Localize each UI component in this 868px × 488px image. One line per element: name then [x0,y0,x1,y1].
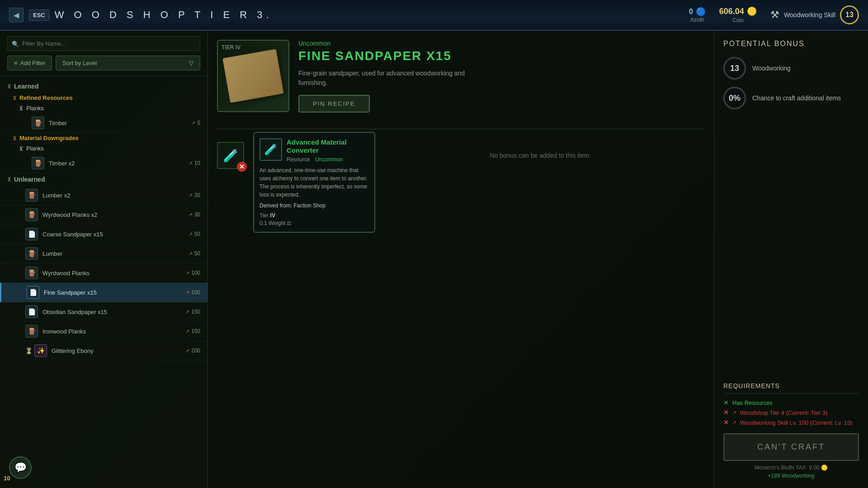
esc-button[interactable]: ESC [29,9,49,21]
tooltip-name: Advanced Material Converter [287,138,369,155]
recipe-item-wyrdwood-planks[interactable]: 🪵 Wyrdwood Planks ↗ 100 [0,263,208,283]
recipe-item-timber-x2[interactable]: 🪵 Timber x2 ↗ 10 [0,154,208,173]
skill-label: Woodworking Skill [784,11,835,19]
section-unlearned[interactable]: ⊻ Unlearned [0,173,208,186]
tooltip-weight: 0.1 Weight ⚖ [259,220,369,226]
search-wrapper: 🔍 [7,36,200,51]
search-input[interactable] [7,36,200,51]
filter-bar: 🔍 ≡ Add Filter Sort by Level ▽ [0,31,208,76]
req-has-resources: ✕ Has Resources [723,399,859,406]
coin-label: Coin [732,17,744,23]
tooltip-header: 🧪 Advanced Material Converter Resource U… [259,138,369,163]
glittering-ebony-icon: ✨ [34,344,47,357]
filter-row: ≡ Add Filter Sort by Level ▽ [7,56,200,70]
wyrdwood-planks-x2-icon: 🪵 [25,208,38,221]
woodworking-xp-bonus: +189 Woodworking [723,473,859,479]
cant-craft-button: CAN'T CRAFT [723,433,859,461]
tooltip-stats: Tier IV 0.1 Weight ⚖ [259,212,369,226]
recipe-item-fine-sandpaper[interactable]: 📄 Fine Sandpaper x15 ↗ 100 [0,283,208,302]
item-name: FINE SANDPAPER X15 [298,49,705,63]
azoth-currency: 0 🔵 Azoth [689,7,706,23]
craft-chance-badge: 0% [723,87,746,109]
top-bar-left: ◀ ESC W O O D S H O P T I E R 3. [9,8,273,22]
sandpaper-image [222,49,284,103]
coin-currency: 606.04 🟡 Coin [719,6,757,23]
recipe-item-glittering-ebony[interactable]: ⏳ ✨ Glittering Ebony ↗ 200 [0,341,208,361]
wyrdwood-planks-icon: 🪵 [25,267,38,279]
coarse-sandpaper-icon: 📄 [25,228,38,240]
obsidian-sandpaper-icon: 📄 [25,305,38,318]
requirements-section: Requirements ✕ Has Resources ✕ ↗ Woodsho… [723,382,859,479]
item-rarity: Uncommon [298,40,705,47]
top-bar: ◀ ESC W O O D S H O P T I E R 3. 0 🔵 Azo… [0,0,868,31]
center-panel: TIER IV Uncommon FINE SANDPAPER X15 Fine… [208,31,714,488]
subsection-planks-1[interactable]: ⊻ Planks [0,103,208,113]
pin-recipe-button[interactable]: PIN RECIPE [298,95,370,113]
ingredient-tooltip: 🧪 Advanced Material Converter Resource U… [253,132,375,233]
tooltip-title-block: Advanced Material Converter Resource Unc… [287,138,369,163]
requirements-title: Requirements [723,382,859,394]
divider-1 [217,129,705,129]
recipe-list: ⊻ Learned ⊻ Refined Resources ⊻ Planks 🪵… [0,76,208,488]
recipe-item-obsidian-sandpaper[interactable]: 📄 Obsidian Sandpaper x15 ↗ 150 [0,302,208,322]
shop-title: W O O D S H O P T I E R 3. [55,9,273,21]
recipe-item-coarse-sandpaper[interactable]: 📄 Coarse Sandpaper x15 ↗ 50 [0,225,208,244]
chat-button[interactable]: 💬 [9,456,32,479]
tooltip-desc: An advanced, one-time-use machine that u… [259,166,369,199]
coin-value: 606.04 [719,7,744,16]
bonus-craft-chance: 0% Chance to craft additional items [723,87,859,109]
item-image-container: TIER IV [217,40,289,112]
lumber-icon: 🪵 [25,247,38,260]
ingredient-icon: 🧪 ✕ [217,142,244,169]
ingredients-section: 🧪 ✕ 🧪 Advanced Material Converter Resour… [217,136,705,174]
subsection-planks-2[interactable]: ⊻ Planks [0,143,208,154]
tooltip-type: Resource [287,156,310,163]
potential-bonus-title: POTENTIAL BONUS [723,40,859,48]
timber-x2-icon: 🪵 [32,157,44,169]
section-learned[interactable]: ⊻ Learned [0,80,208,93]
item-info: Uncommon FINE SANDPAPER X15 Fine-grain s… [298,40,705,113]
azoth-label: Azoth [690,17,704,23]
tax-info: Monarch's Bluffs TAX: 9.00 🟡 [723,465,859,471]
main-content: 🔍 ≡ Add Filter Sort by Level ▽ ⊻ Learned [0,31,868,488]
back-button[interactable]: ◀ [9,8,24,22]
woodworking-bonus-badge: 13 [723,57,746,80]
timber-icon: 🪵 [32,117,44,129]
recipe-item-timber[interactable]: 🪵 Timber ↗ 0 [0,113,208,133]
add-filter-button[interactable]: ≡ Add Filter [7,56,52,70]
recipe-item-wyrdwood-planks-x2[interactable]: 🪵 Wyrdwood Planks x2 ↗ 30 [0,205,208,225]
tooltip-tier: Tier IV [259,212,369,219]
search-icon: 🔍 [12,40,19,47]
ingredient-row: 🧪 ✕ 🧪 Advanced Material Converter Resour… [217,136,705,174]
req-woodworking-skill: ✕ ↗ Woodworking Skill Lv. 100 (Current: … [723,419,859,426]
azoth-value: 0 [689,8,693,16]
bonus-woodworking: 13 Woodworking [723,57,859,80]
fine-sandpaper-icon: 📄 [27,286,39,299]
skill-level-badge: 13 [840,5,859,24]
item-header: TIER IV Uncommon FINE SANDPAPER X15 Fine… [217,40,705,113]
tooltip-rarity: Uncommon [315,156,343,163]
recipe-item-ironwood-planks[interactable]: 🪵 Ironwood Planks ↗ 150 [0,322,208,341]
ironwood-planks-icon: 🪵 [25,325,38,338]
req-woodshop-tier: ✕ ↗ Woodshop Tier 4 (Current: Tier 3) [723,409,859,416]
right-panel: POTENTIAL BONUS 13 Woodworking 0% Chance… [714,31,868,488]
top-bar-right: 0 🔵 Azoth 606.04 🟡 Coin ⚒ Woodworking Sk… [689,5,859,24]
subsection-refined-resources[interactable]: ⊻ Refined Resources [0,93,208,103]
lumber-x2-icon: 🪵 [25,189,38,202]
tooltip-derived: Derived from: Faction Shop [259,202,369,209]
recipe-item-lumber-x2[interactable]: 🪵 Lumber x2 ↗ 20 [0,186,208,205]
subsection-material-downgrades[interactable]: ⊻ Material Downgrades [0,133,208,143]
tooltip-icon: 🧪 [259,138,282,161]
recipe-item-lumber[interactable]: 🪵 Lumber ↗ 50 [0,244,208,263]
sort-dropdown[interactable]: Sort by Level ▽ [56,56,200,70]
tooltip-type-row: Resource Uncommon [287,156,369,163]
no-bonus-text: No bonus can be added to this item. [376,143,705,168]
woodworking-skill: ⚒ Woodworking Skill 13 [770,5,859,24]
left-panel: 🔍 ≡ Add Filter Sort by Level ▽ ⊻ Learned [0,31,208,488]
item-description: Fine-grain sandpaper, used for advanced … [298,69,479,88]
ingredient-remove-button[interactable]: ✕ [237,162,247,172]
bottom-level-indicator: 10 [4,475,10,482]
